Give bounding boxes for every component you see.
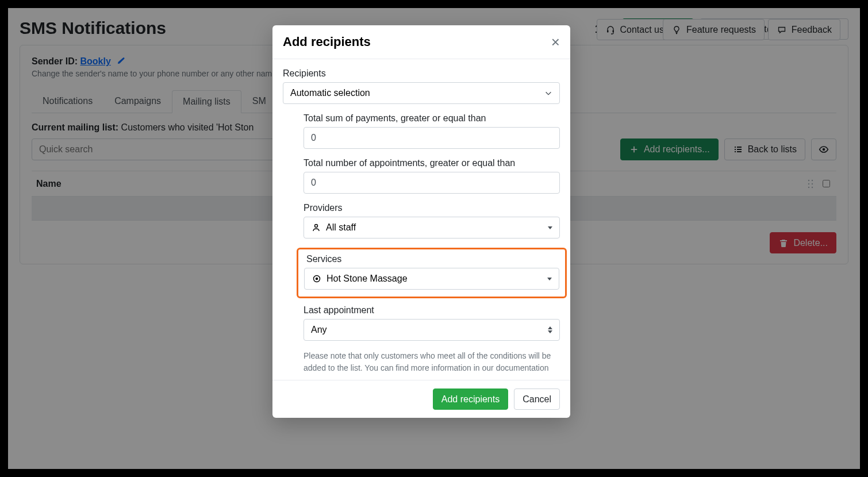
- svg-point-15: [812, 186, 813, 187]
- feedback-button[interactable]: Feedback: [768, 19, 840, 40]
- chat-icon: [777, 25, 787, 35]
- last-appointment-select[interactable]: Any: [304, 319, 560, 341]
- total-appointments-label: Total number of appointments, greater or…: [304, 158, 560, 168]
- providers-label: Providers: [304, 203, 560, 213]
- svg-point-18: [316, 278, 318, 280]
- last-appointment-value: Any: [311, 325, 327, 335]
- tab-sms[interactable]: SM: [241, 90, 277, 113]
- svg-point-13: [812, 183, 813, 184]
- eye-icon: [819, 144, 829, 155]
- delete-label: Delete...: [793, 237, 828, 248]
- recipients-label: Recipients: [283, 68, 560, 79]
- plus-icon: [629, 144, 639, 155]
- delete-button[interactable]: Delete...: [770, 232, 836, 253]
- svg-point-11: [812, 179, 813, 180]
- feedback-label: Feedback: [792, 24, 832, 35]
- add-recipients-label: Add recipients...: [644, 144, 710, 155]
- modal-cancel-label: Cancel: [523, 394, 551, 405]
- radio-dot-icon: [312, 274, 322, 284]
- services-label: Services: [306, 254, 559, 264]
- services-value: Hot Stone Massage: [327, 274, 408, 284]
- sort-caret-icon: [548, 326, 552, 333]
- svg-rect-6: [737, 149, 742, 150]
- svg-point-9: [823, 148, 825, 151]
- list-icon: [733, 144, 743, 155]
- svg-rect-3: [735, 147, 736, 148]
- modal-help-note: Please note that only customers who meet…: [304, 350, 560, 374]
- tab-mailing-lists[interactable]: Mailing lists: [172, 90, 241, 113]
- svg-point-10: [808, 179, 809, 180]
- headset-icon: [605, 25, 616, 35]
- sender-id-label: Sender ID:: [32, 56, 80, 66]
- modal-cancel-button[interactable]: Cancel: [514, 388, 560, 410]
- last-appointment-label: Last appointment: [304, 305, 560, 316]
- feature-requests-button[interactable]: Feature requests: [663, 19, 765, 40]
- caret-down-icon: [547, 278, 552, 280]
- modal-title: Add recipients: [283, 34, 371, 49]
- recipients-value: Automatic selection: [290, 88, 370, 98]
- svg-rect-1: [607, 30, 609, 32]
- select-all-checkbox[interactable]: [823, 180, 830, 187]
- caret-down-icon: [548, 226, 552, 229]
- providers-value: All staff: [326, 222, 356, 233]
- contact-us-button[interactable]: Contact us: [597, 19, 673, 40]
- current-list-label: Current mailing list:: [32, 122, 121, 132]
- back-to-lists-label: Back to lists: [748, 144, 797, 155]
- chevron-down-icon: [544, 89, 552, 97]
- providers-select[interactable]: All staff: [304, 217, 560, 238]
- modal-add-button[interactable]: Add recipients: [433, 388, 508, 410]
- svg-point-16: [315, 225, 318, 228]
- svg-rect-5: [735, 149, 736, 150]
- services-select[interactable]: Hot Stone Massage: [304, 268, 559, 290]
- total-payments-label: Total sum of payments, greater or equal …: [304, 113, 560, 124]
- feature-requests-label: Feature requests: [686, 24, 756, 35]
- svg-rect-7: [735, 151, 736, 152]
- current-list-name: Customers who visited 'Hot Ston: [121, 122, 254, 132]
- tab-notifications[interactable]: Notifications: [32, 90, 103, 113]
- back-to-lists-button[interactable]: Back to lists: [724, 139, 805, 160]
- sort-icon[interactable]: [808, 179, 820, 189]
- add-recipients-modal: Add recipients × Recipients Automatic se…: [272, 25, 570, 418]
- svg-rect-2: [612, 30, 614, 32]
- contact-us-label: Contact us: [620, 24, 664, 35]
- total-payments-input[interactable]: [304, 127, 560, 149]
- modal-add-label: Add recipients: [441, 394, 500, 405]
- svg-rect-4: [737, 147, 742, 148]
- pencil-icon[interactable]: [116, 56, 126, 66]
- close-icon[interactable]: ×: [551, 34, 560, 49]
- tab-campaigns[interactable]: Campaigns: [103, 90, 172, 113]
- total-appointments-input[interactable]: [304, 172, 560, 194]
- trash-icon: [778, 238, 789, 248]
- add-recipients-button[interactable]: Add recipients...: [620, 139, 719, 160]
- sender-name-link[interactable]: Bookly: [80, 56, 110, 66]
- svg-point-12: [808, 183, 809, 184]
- bulb-icon: [671, 25, 682, 35]
- svg-rect-8: [737, 151, 742, 152]
- page-title: SMS Notifications: [20, 18, 166, 38]
- user-icon: [311, 222, 321, 233]
- svg-point-14: [808, 186, 809, 187]
- recipients-select[interactable]: Automatic selection: [283, 82, 560, 104]
- view-button[interactable]: [811, 139, 836, 160]
